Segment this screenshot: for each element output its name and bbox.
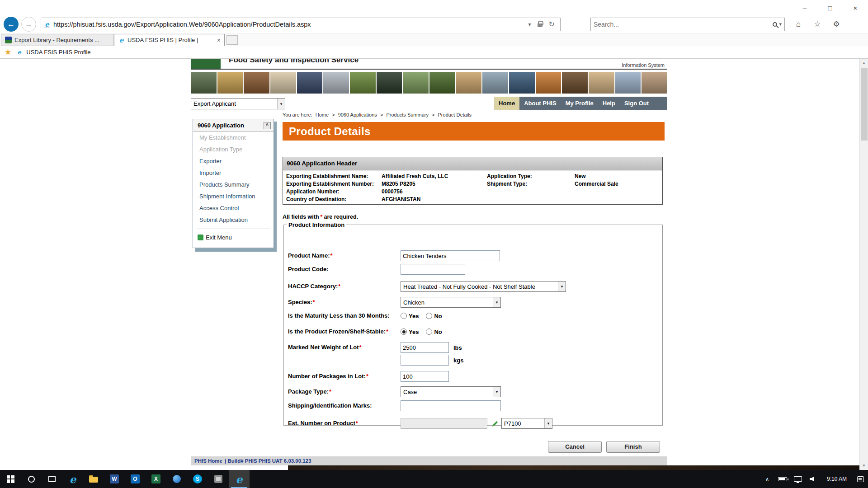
taskbar-gray-app[interactable] — [208, 470, 229, 488]
product-code-input[interactable] — [401, 264, 465, 275]
home-icon[interactable]: ⌂ — [793, 20, 804, 29]
est-number-input — [401, 418, 487, 429]
breadcrumb-products-summary[interactable]: Products Summary — [386, 112, 429, 117]
banner-photo — [191, 72, 217, 94]
sidebar-item-importer[interactable]: Importer — [193, 167, 274, 179]
search-input[interactable] — [594, 21, 771, 28]
back-button[interactable]: ← — [4, 17, 19, 32]
url-dropdown-icon[interactable]: ▾ — [526, 21, 534, 28]
taskbar-internet-explorer-active[interactable]: e — [229, 470, 250, 488]
sidebar-item-exporter[interactable]: Exporter — [193, 155, 274, 167]
url-text[interactable]: https://phisuat.fsis.usda.gov/ExportAppl… — [53, 21, 526, 28]
scrollbar-thumb[interactable] — [861, 68, 868, 141]
radio-label: No — [434, 313, 442, 319]
tray-chevron[interactable]: ∧ — [760, 470, 775, 488]
sidebar-exit-menu[interactable]: ← Exit Menu — [193, 232, 274, 243]
nav-my-profile[interactable]: My Profile — [561, 97, 598, 110]
task-view-button[interactable] — [42, 470, 62, 488]
minimize-button[interactable]: – — [792, 0, 817, 15]
maturity-yes-radio[interactable] — [401, 313, 407, 319]
sidebar-item-submit-application[interactable]: Submit Application — [193, 214, 274, 226]
battery-indicator[interactable] — [775, 470, 790, 488]
sidebar-item-products-summary[interactable]: Products Summary — [193, 179, 274, 191]
phis-home-link[interactable]: PHIS Home — [194, 458, 222, 464]
clock[interactable]: 9:10 AM — [821, 470, 853, 488]
form-row-maturity: Is the Maturity Less than 30 Months: Yes… — [284, 310, 662, 321]
shipping-marks-input[interactable] — [401, 400, 501, 411]
browser-viewport: Food Safety and Inspection Service Infor… — [0, 59, 868, 470]
favorites-bar-item[interactable]: USDA FSIS PHIS Profile — [26, 49, 90, 56]
scroll-up-arrow[interactable]: ▲ — [860, 59, 868, 67]
taskbar-skype[interactable]: S — [187, 470, 208, 488]
banner-photo — [589, 72, 614, 94]
weight-lbs-input[interactable] — [401, 342, 449, 353]
frozen-yes-radio[interactable] — [401, 328, 407, 335]
field-value: AFGHANISTAN — [382, 196, 420, 202]
favorites-star-icon[interactable]: ★ — [5, 47, 11, 57]
banner-photo — [562, 72, 588, 94]
taskbar-word[interactable]: W — [104, 470, 125, 488]
sidebar-item-access-control[interactable]: Access Control — [193, 202, 274, 214]
haccp-category-select[interactable]: Heat Treated - Not Fully Cooked - Not Sh… — [401, 281, 566, 292]
search-dropdown-icon[interactable]: ▾ — [779, 21, 782, 27]
collapse-button[interactable]: ^ — [264, 122, 271, 129]
taskbar-blue-app[interactable] — [166, 470, 187, 488]
taskbar-internet-explorer[interactable]: e — [62, 470, 83, 488]
start-button[interactable] — [0, 470, 21, 488]
display-indicator[interactable] — [790, 470, 806, 488]
finish-button[interactable]: Finish — [606, 441, 660, 453]
scroll-down-arrow[interactable]: ▼ — [860, 461, 868, 470]
est-number-select[interactable]: P7100 ▾ — [501, 418, 552, 429]
breadcrumb-9060-applications[interactable]: 9060 Applications — [338, 112, 377, 117]
banner-photo — [429, 72, 455, 94]
vertical-scrollbar[interactable]: ▲ ▼ — [859, 59, 868, 470]
action-center-button[interactable] — [853, 470, 868, 488]
tab-export-library[interactable]: Export Library - Requirements ... — [1, 34, 114, 46]
address-bar[interactable]: e https://phisuat.fsis.usda.gov/ExportAp… — [41, 18, 561, 31]
usda-logo — [191, 59, 221, 70]
maximize-button[interactable]: □ — [817, 0, 843, 15]
package-type-select[interactable]: Case ▾ — [401, 386, 501, 397]
breadcrumb-home[interactable]: Home — [316, 112, 329, 117]
field-label: Species:* — [288, 297, 315, 308]
banner-photo — [536, 72, 561, 94]
photo-strip — [191, 72, 667, 94]
search-box[interactable]: ▾ — [590, 18, 785, 31]
search-icon[interactable] — [773, 22, 777, 27]
banner-photo — [403, 72, 429, 94]
build-info: | Build# PHIS PHIS UAT 6.03.00.123 — [225, 458, 311, 464]
weight-kgs-input[interactable] — [401, 355, 449, 366]
search-taskbar-button[interactable] — [21, 470, 42, 488]
site-banner: Food Safety and Inspection Service Infor… — [191, 59, 667, 70]
refresh-button[interactable]: ↻ — [546, 20, 557, 28]
nav-sign-out[interactable]: Sign Out — [620, 97, 653, 110]
radio-label: Yes — [409, 313, 419, 319]
site-footer: PHIS Home| Build# PHIS PHIS UAT 6.03.00.… — [191, 456, 667, 465]
export-applicant-select[interactable]: Export Applicant ▾ — [191, 98, 285, 109]
taskbar-file-explorer[interactable] — [83, 470, 104, 488]
close-button[interactable]: × — [843, 0, 868, 15]
banner-photo — [509, 72, 535, 94]
cancel-button[interactable]: Cancel — [548, 441, 602, 453]
frozen-no-radio[interactable] — [426, 328, 432, 335]
species-select[interactable]: Chicken ▾ — [401, 297, 501, 308]
new-tab-button[interactable] — [226, 35, 238, 45]
taskbar-excel[interactable]: X — [146, 470, 166, 488]
settings-icon[interactable]: ⚙ — [831, 19, 842, 29]
taskbar-outlook[interactable]: O — [125, 470, 146, 488]
nav-home[interactable]: Home — [494, 97, 519, 110]
maturity-no-radio[interactable] — [426, 313, 432, 319]
tab-usda-fsis-phis[interactable]: e USDA FSIS PHIS | Profile | × — [114, 34, 225, 46]
forward-button[interactable]: → — [21, 17, 36, 32]
favorites-icon[interactable]: ☆ — [812, 19, 823, 29]
breadcrumb-separator: > — [332, 112, 335, 117]
volume-indicator[interactable] — [806, 470, 821, 488]
sidebar-item-shipment-information[interactable]: Shipment Information — [193, 191, 274, 202]
tab-close-button[interactable]: × — [217, 37, 221, 44]
nav-help[interactable]: Help — [598, 97, 620, 110]
breadcrumb: You are here: Home > 9060 Applications >… — [283, 112, 472, 117]
product-name-input[interactable] — [401, 250, 500, 261]
nav-about-phis[interactable]: About PHIS — [519, 97, 561, 110]
packages-input[interactable] — [401, 371, 449, 382]
edit-icon[interactable] — [492, 420, 499, 427]
